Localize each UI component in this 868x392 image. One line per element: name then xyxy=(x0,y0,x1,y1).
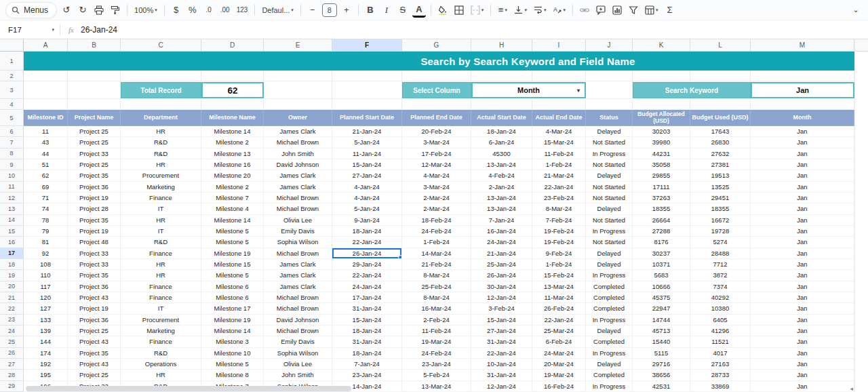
row-header[interactable]: 9 xyxy=(0,159,24,170)
cell[interactable]: 9-Jan-24 xyxy=(332,215,402,226)
cell[interactable]: James Clark xyxy=(264,170,332,181)
cell[interactable]: Delayed xyxy=(586,259,633,270)
cell[interactable]: Jan xyxy=(751,292,854,303)
borders-button[interactable] xyxy=(452,3,466,18)
cell[interactable]: 19513 xyxy=(690,170,751,181)
cell[interactable]: Milestone 14 xyxy=(201,126,264,137)
cell[interactable]: Olivia Lee xyxy=(264,359,332,370)
cell[interactable]: Milestone 8 xyxy=(201,370,264,380)
cell[interactable]: 18-Jan-24 xyxy=(332,326,402,336)
cell[interactable]: 20-Mar-24 xyxy=(532,359,586,370)
cell[interactable]: Milestone 16 xyxy=(201,159,264,170)
merge-cells-button[interactable]: ▾ xyxy=(469,3,486,18)
column-header-I[interactable]: I xyxy=(532,39,586,52)
cell[interactable]: Project 36 xyxy=(68,182,121,193)
cell[interactable]: Project 36 xyxy=(68,315,121,326)
cell[interactable]: 92 xyxy=(24,248,68,259)
cell[interactable]: 25-Jan-24 xyxy=(471,259,532,270)
cell[interactable]: R&D xyxy=(121,149,201,159)
cell[interactable]: 29451 xyxy=(690,193,751,203)
row-header[interactable]: 3 xyxy=(0,81,24,99)
cell[interactable]: Milestone 5 xyxy=(201,359,264,370)
cell[interactable]: Not Started xyxy=(586,159,633,170)
cell[interactable] xyxy=(332,71,402,81)
cell[interactable]: 27632 xyxy=(690,149,751,159)
cell[interactable] xyxy=(264,81,332,99)
cell[interactable] xyxy=(68,81,121,99)
cell[interactable]: James Clark xyxy=(264,126,332,137)
cell[interactable]: 33869 xyxy=(690,381,751,392)
cell[interactable]: Sophia Wilson xyxy=(264,237,332,248)
cell[interactable]: Michael Brown xyxy=(264,303,332,314)
cell[interactable]: 5-Jan-24 xyxy=(332,137,402,148)
cell[interactable]: John Smith xyxy=(264,149,332,159)
row-header[interactable]: 26 xyxy=(0,348,24,359)
cell[interactable]: Milestone 14 xyxy=(201,326,264,336)
cell[interactable]: 26-Jan-24 xyxy=(471,270,532,281)
cell[interactable]: 19-Feb-24 xyxy=(532,237,586,248)
column-header-M[interactable]: M xyxy=(751,39,854,52)
cell[interactable]: IT xyxy=(121,203,201,214)
cell[interactable]: HR xyxy=(121,259,201,270)
cell[interactable]: 31-Jan-24 xyxy=(332,336,402,347)
cell[interactable]: Jan xyxy=(751,315,854,326)
cell[interactable]: Emily Davis xyxy=(264,226,332,237)
increase-font-size-button[interactable]: + xyxy=(340,3,353,18)
column-header-B[interactable]: B xyxy=(68,39,121,52)
cell[interactable] xyxy=(68,99,121,110)
cell[interactable]: 24-Feb-24 xyxy=(402,348,471,359)
cell[interactable] xyxy=(586,81,633,99)
cell[interactable]: 11-Jan-24 xyxy=(332,149,402,159)
cell[interactable]: 45300 xyxy=(471,149,532,159)
cell[interactable]: 108 xyxy=(24,259,68,270)
cell[interactable]: Milestone 5 xyxy=(201,226,264,237)
cell[interactable]: Milestone 4 xyxy=(201,203,264,214)
cell[interactable]: 51 xyxy=(24,159,68,170)
cell[interactable]: Jan xyxy=(751,303,854,314)
cell[interactable]: 3-Mar-24 xyxy=(402,137,471,148)
cell[interactable] xyxy=(201,71,264,81)
cell[interactable]: In Progress xyxy=(586,226,633,237)
cell[interactable]: 8176 xyxy=(633,237,690,248)
cell[interactable]: In Progress xyxy=(586,149,633,159)
row-header[interactable]: 29 xyxy=(0,381,24,392)
cell[interactable]: HR xyxy=(121,126,201,137)
cell[interactable]: 31-Jan-24 xyxy=(471,370,532,380)
search-keyword-input[interactable]: Jan xyxy=(751,82,854,98)
cell[interactable]: 71 xyxy=(24,193,68,203)
text-color-button[interactable]: A xyxy=(412,3,426,18)
name-box[interactable]: F17 ▾ xyxy=(0,26,60,34)
row-header[interactable]: 8 xyxy=(0,149,24,159)
cell[interactable]: Milestone 19 xyxy=(201,248,264,259)
cell[interactable]: 13-Mar-24 xyxy=(532,281,586,292)
column-header-A[interactable]: A xyxy=(24,39,68,52)
cell[interactable]: 21-Jan-24 xyxy=(332,126,402,137)
cell[interactable]: 37263 xyxy=(633,193,690,203)
cell[interactable] xyxy=(633,99,690,110)
row-header[interactable]: 17 xyxy=(0,248,24,259)
cell[interactable]: John Smith xyxy=(264,370,332,380)
cell[interactable]: IT xyxy=(121,303,201,314)
cell[interactable]: 43 xyxy=(24,137,68,148)
cell[interactable]: 195 xyxy=(24,370,68,380)
cell[interactable]: Michael Brown xyxy=(264,193,332,203)
cell[interactable]: 2-Jan-24 xyxy=(471,182,532,193)
cell[interactable]: 41296 xyxy=(690,326,751,336)
cell[interactable]: 45375 xyxy=(633,292,690,303)
italic-button[interactable]: I xyxy=(380,3,393,18)
cell[interactable]: 6-Jan-24 xyxy=(471,137,532,148)
cell[interactable]: Milestone 2 xyxy=(201,182,264,193)
cell[interactable]: 44 xyxy=(24,149,68,159)
cell[interactable]: 38656 xyxy=(633,370,690,380)
cell[interactable]: Marketing xyxy=(121,326,201,336)
cell[interactable]: Marketing xyxy=(121,182,201,193)
horizontal-scrollbar[interactable] xyxy=(26,386,351,391)
cell[interactable]: Jan xyxy=(751,215,854,226)
column-header-E[interactable]: E xyxy=(264,39,332,52)
row-header[interactable]: 10 xyxy=(0,170,24,181)
cell[interactable]: 1-Feb-24 xyxy=(532,159,586,170)
cell[interactable]: 3-Feb-24 xyxy=(471,303,532,314)
cell[interactable]: Jan xyxy=(751,359,854,370)
cell[interactable] xyxy=(264,71,332,81)
cell[interactable]: Delayed xyxy=(586,359,633,370)
